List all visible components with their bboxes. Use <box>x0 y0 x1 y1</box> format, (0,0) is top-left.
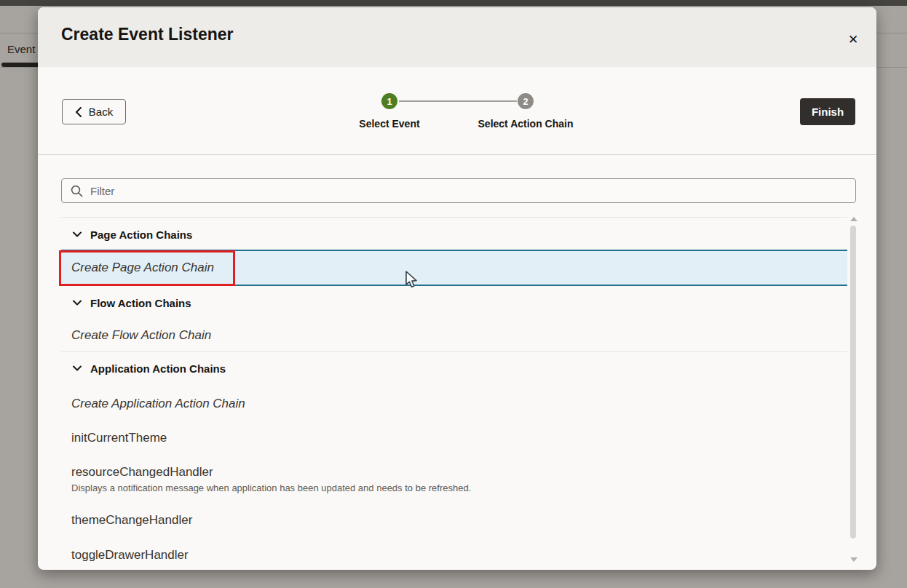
background-tab-event: Event <box>7 43 35 55</box>
back-button-label: Back <box>89 106 113 118</box>
list-item-label: resourceChangedHandler <box>71 465 213 479</box>
scrollbar-thumb[interactable] <box>850 226 856 539</box>
back-button[interactable]: Back <box>62 99 126 124</box>
list-item-toggledrawerhandler[interactable]: toggleDrawerHandler <box>61 547 847 563</box>
step-2-indicator: 2 <box>518 93 534 109</box>
list-item-label: initCurrentTheme <box>71 431 167 445</box>
chevron-down-icon <box>73 365 82 371</box>
dialog-title: Create Event Listener <box>61 25 233 44</box>
list-item-label: themeChangeHandler <box>71 513 192 527</box>
section-label: Flow Action Chains <box>90 297 191 309</box>
list-item-label: Create Application Action Chain <box>71 397 245 410</box>
list-item-themechangehandler[interactable]: themeChangeHandler <box>61 512 847 528</box>
section-label: Page Action Chains <box>90 229 192 241</box>
list-item-label: toggleDrawerHandler <box>71 548 189 562</box>
close-icon[interactable]: ✕ <box>843 29 863 49</box>
filter-field-container <box>61 178 856 203</box>
chevron-left-icon <box>75 107 82 117</box>
list-item-resourcechangedhandler[interactable]: resourceChangedHandler <box>61 464 847 480</box>
list-item-initcurrenttheme[interactable]: initCurrentTheme <box>61 430 847 446</box>
list-item-create-application-action-chain[interactable]: Create Application Action Chain <box>61 396 847 412</box>
chevron-down-icon <box>73 231 82 237</box>
list-item-label: Create Page Action Chain <box>71 260 214 276</box>
section-application-action-chains[interactable]: Application Action Chains <box>61 361 847 376</box>
section-label: Application Action Chains <box>90 362 226 375</box>
chevron-down-icon <box>73 300 82 306</box>
background-tab-underline <box>1 63 39 67</box>
finish-button[interactable]: Finish <box>800 98 855 125</box>
toolbar-divider <box>38 154 876 155</box>
action-chain-list: Page Action Chains Create Page Action Ch… <box>61 217 847 565</box>
stepper-connector <box>399 100 517 102</box>
section-flow-action-chains[interactable]: Flow Action Chains <box>61 295 847 310</box>
filter-input[interactable] <box>90 179 855 202</box>
search-icon <box>71 185 83 197</box>
section-divider <box>61 351 847 352</box>
list-item-description: Displays a notification message when app… <box>61 482 847 494</box>
create-event-listener-dialog: Create Event Listener ✕ Back 1 2 Select … <box>38 7 876 570</box>
step-1-indicator: 1 <box>381 93 397 109</box>
list-item-create-page-action-chain[interactable]: Create Page Action Chain <box>61 250 847 286</box>
section-page-action-chains[interactable]: Page Action Chains <box>61 227 847 242</box>
list-item-label: Create Flow Action Chain <box>71 328 211 342</box>
background-top-bar <box>0 0 907 6</box>
scroll-down-arrow-icon[interactable] <box>850 557 858 562</box>
list-item-create-flow-action-chain[interactable]: Create Flow Action Chain <box>61 327 847 343</box>
step-2-label: Select Action Chain <box>445 118 606 130</box>
scroll-up-arrow-icon[interactable] <box>850 217 858 221</box>
vertical-scrollbar[interactable] <box>849 217 859 565</box>
